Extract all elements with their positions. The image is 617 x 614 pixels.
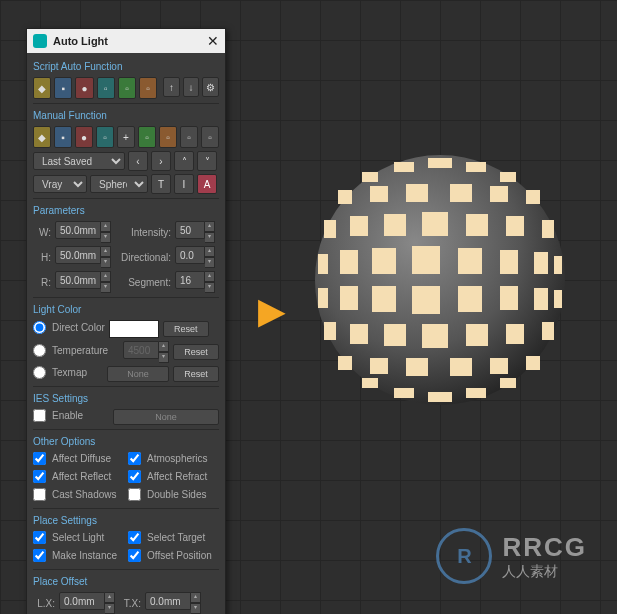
chk-refract[interactable]: Affect Refract <box>128 470 219 483</box>
script-btn-settings[interactable]: ⚙ <box>202 77 219 97</box>
svg-rect-47 <box>526 356 540 370</box>
texmap-none[interactable]: None <box>107 366 169 382</box>
svg-rect-48 <box>362 378 378 388</box>
section-other: Other Options <box>33 434 219 449</box>
manual-btn-7[interactable]: ▫ <box>159 126 177 148</box>
svg-rect-52 <box>466 388 486 398</box>
svg-rect-6 <box>338 190 352 204</box>
manual-btn-2[interactable]: ▪ <box>54 126 72 148</box>
lx-spinner[interactable]: ▴▾ <box>59 592 115 614</box>
renderer-dropdown[interactable]: Vray <box>33 175 87 193</box>
svg-rect-10 <box>490 186 508 202</box>
script-btn-1[interactable]: ◆ <box>33 77 51 99</box>
svg-rect-9 <box>450 184 472 202</box>
h-spinner[interactable]: ▴▾ <box>55 246 111 268</box>
r-spinner[interactable]: ▴▾ <box>55 271 111 293</box>
btn-a[interactable]: A <box>197 174 217 194</box>
svg-rect-5 <box>500 172 516 182</box>
auto-light-panel: Auto Light ✕ Script Auto Function ◆ ▪ ● … <box>26 28 226 614</box>
svg-rect-19 <box>318 254 328 274</box>
section-manual: Manual Function <box>33 108 219 123</box>
manual-btn-6[interactable]: ▫ <box>138 126 156 148</box>
reset-temp[interactable]: Reset <box>173 344 219 360</box>
texmap-radio[interactable]: Texmap <box>33 366 87 379</box>
titlebar[interactable]: Auto Light ✕ <box>27 29 225 53</box>
color-swatch[interactable] <box>109 320 159 338</box>
svg-rect-18 <box>542 220 554 238</box>
svg-rect-2 <box>394 162 414 172</box>
svg-rect-28 <box>340 286 358 310</box>
svg-rect-25 <box>534 252 548 274</box>
chk-diffuse[interactable]: Affect Diffuse <box>33 452 124 465</box>
shape-dropdown[interactable]: Sphere <box>90 175 148 193</box>
btn-t[interactable]: T <box>151 174 171 194</box>
script-btn-5[interactable]: ▫ <box>118 77 136 99</box>
manual-btn-8[interactable]: ▫ <box>180 126 198 148</box>
chk-double[interactable]: Double Sides <box>128 488 219 501</box>
chk-select-target[interactable]: Select Target <box>128 531 219 544</box>
script-btn-4[interactable]: ▫ <box>97 77 115 99</box>
svg-rect-1 <box>428 158 452 168</box>
svg-rect-45 <box>450 358 472 376</box>
chk-select-light[interactable]: Select Light <box>33 531 124 544</box>
svg-rect-7 <box>370 186 388 202</box>
reset-texmap[interactable]: Reset <box>173 366 219 382</box>
svg-rect-14 <box>384 214 406 236</box>
section-parameters: Parameters <box>33 203 219 218</box>
segment-spinner[interactable]: ▴▾ <box>175 271 215 293</box>
script-btn-3[interactable]: ● <box>75 77 93 99</box>
nav-up[interactable]: ˄ <box>174 151 194 171</box>
window-title: Auto Light <box>53 35 108 47</box>
svg-rect-20 <box>340 250 358 274</box>
sphere-preview <box>310 150 570 410</box>
chk-reflect[interactable]: Affect Reflect <box>33 470 124 483</box>
manual-btn-5[interactable]: + <box>117 126 135 148</box>
manual-btn-1[interactable]: ◆ <box>33 126 51 148</box>
section-script-auto: Script Auto Function <box>33 59 219 74</box>
svg-rect-17 <box>506 216 524 236</box>
svg-rect-44 <box>406 358 428 376</box>
chk-atmos[interactable]: Atmospherics <box>128 452 219 465</box>
nav-right[interactable]: › <box>151 151 171 171</box>
reset-direct[interactable]: Reset <box>163 321 209 337</box>
script-btn-6[interactable]: ▫ <box>139 77 157 99</box>
section-lightcolor: Light Color <box>33 302 219 317</box>
w-spinner[interactable]: ▴▾ <box>55 221 111 243</box>
direct-color-radio[interactable]: Direct Color <box>33 321 105 334</box>
script-btn-2[interactable]: ▪ <box>54 77 72 99</box>
svg-rect-35 <box>324 322 336 340</box>
nav-down[interactable]: ˅ <box>197 151 217 171</box>
svg-rect-30 <box>412 286 440 314</box>
script-btn-up[interactable]: ↑ <box>163 77 180 97</box>
chk-offset-pos[interactable]: Offset Position <box>128 549 219 562</box>
arrow-icon: ▶ <box>258 290 286 332</box>
manual-btn-4[interactable]: ▫ <box>96 126 114 148</box>
ies-enable[interactable]: Enable <box>33 409 83 422</box>
chk-make-instance[interactable]: Make Instance <box>33 549 124 562</box>
svg-rect-22 <box>412 246 440 274</box>
manual-btn-3[interactable]: ● <box>75 126 93 148</box>
svg-rect-23 <box>458 248 482 274</box>
svg-rect-12 <box>324 220 336 238</box>
r-label: R: <box>33 277 51 288</box>
h-label: H: <box>33 252 51 263</box>
temperature-radio[interactable]: Temperature <box>33 344 108 357</box>
close-icon[interactable]: ✕ <box>207 33 219 49</box>
saved-dropdown[interactable]: Last Saved <box>33 152 125 170</box>
chk-shadows[interactable]: Cast Shadows <box>33 488 124 501</box>
manual-btn-9[interactable]: ▫ <box>201 126 219 148</box>
script-btn-down[interactable]: ↓ <box>183 77 200 97</box>
app-logo-icon <box>33 34 47 48</box>
svg-rect-3 <box>466 162 486 172</box>
ies-none[interactable]: None <box>113 409 219 425</box>
intensity-spinner[interactable]: ▴▾ <box>175 221 215 243</box>
btn-i[interactable]: I <box>174 174 194 194</box>
svg-rect-41 <box>542 322 554 340</box>
svg-rect-32 <box>500 286 518 310</box>
tx-spinner[interactable]: ▴▾ <box>145 592 201 614</box>
temperature-spinner[interactable]: ▴▾ <box>123 341 169 363</box>
directional-spinner[interactable]: ▴▾ <box>175 246 215 268</box>
svg-rect-33 <box>534 288 548 310</box>
nav-left[interactable]: ‹ <box>128 151 148 171</box>
watermark: R RRCG 人人素材 <box>436 528 587 584</box>
